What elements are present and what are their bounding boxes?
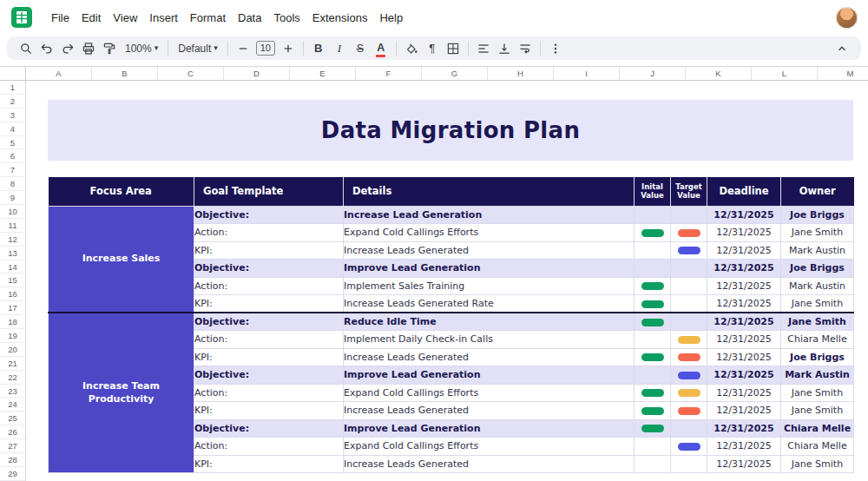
borders-icon[interactable] [443,38,464,58]
details-cell[interactable]: Increase Leads Generated [344,348,635,366]
goal-label-cell[interactable]: KPI: [194,241,344,260]
deadline-cell[interactable]: 12/31/2025 [707,402,781,420]
details-cell[interactable]: Increase Leads Generated [344,402,635,420]
strikethrough-icon[interactable]: S [350,38,371,58]
goal-label-cell[interactable]: Objective: [194,419,344,438]
row-header-4[interactable]: 4 [0,122,25,136]
print-icon[interactable] [78,38,99,58]
column-header-b[interactable]: B [92,67,158,80]
deadline-cell[interactable]: 12/31/2025 [707,277,781,295]
details-cell[interactable]: Implement Daily Check-in Calls [344,331,635,349]
row-header-6[interactable]: 6 [0,149,25,163]
column-header-i[interactable]: I [554,67,620,80]
owner-cell[interactable]: Chiara Melle [781,331,854,349]
owner-cell[interactable]: Chiara Melle [781,419,854,438]
row-header-1[interactable]: 1 [0,81,25,95]
menu-item-view[interactable]: View [107,8,143,28]
target-value-cell[interactable] [671,348,707,366]
row-header-25[interactable]: 25 [0,412,25,425]
goal-label-cell[interactable]: Action: [194,438,344,456]
goal-label-cell[interactable]: KPI: [194,295,344,313]
menu-item-edit[interactable]: Edit [76,8,107,28]
deadline-cell[interactable]: 12/31/2025 [707,331,781,349]
column-header-e[interactable]: E [290,67,356,80]
menu-item-insert[interactable]: Insert [143,8,184,28]
goal-label-cell[interactable]: Objective: [194,313,344,331]
details-cell[interactable]: Expand Cold Callings Efforts [344,438,635,456]
initial-value-cell[interactable] [635,206,671,224]
details-cell[interactable]: Improve Lead Generation [344,260,635,278]
owner-cell[interactable]: Jane Smith [781,224,854,242]
owner-cell[interactable]: Mark Austin [781,277,854,295]
row-header-15[interactable]: 15 [0,273,25,287]
initial-value-cell[interactable] [635,331,671,349]
target-value-cell[interactable] [671,206,707,224]
row-header-24[interactable]: 24 [0,398,25,412]
row-header-22[interactable]: 22 [0,371,25,385]
owner-cell[interactable]: Jane Smith [781,384,854,402]
menu-item-help[interactable]: Help [373,8,409,28]
initial-value-cell[interactable] [635,241,671,260]
row-header-18[interactable]: 18 [0,315,25,329]
focus-area-cell[interactable]: Increase Team Productivity [49,313,194,473]
bold-icon[interactable]: B [308,38,329,58]
initial-value-cell[interactable] [635,419,671,438]
target-value-cell[interactable] [671,313,707,331]
column-header-f[interactable]: F [356,67,422,80]
row-header-17[interactable]: 17 [0,301,25,315]
row-header-21[interactable]: 21 [0,357,25,371]
goal-label-cell[interactable]: Action: [194,224,344,242]
zoom-select[interactable]: 100% ▾ [120,38,163,58]
horizontal-align-icon[interactable] [473,38,494,58]
target-value-cell[interactable] [671,402,707,420]
initial-value-cell[interactable] [635,260,671,278]
column-header-d[interactable]: D [224,67,290,80]
initial-value-cell[interactable] [635,366,671,385]
column-header-k[interactable]: K [686,67,752,80]
collapse-toolbar-icon[interactable] [832,38,852,58]
font-select[interactable]: Default ▾ [173,38,223,58]
column-header-m[interactable]: M [818,67,868,80]
initial-value-cell[interactable] [635,313,671,331]
details-cell[interactable]: Increase Leads Generated Rate [344,295,635,313]
menu-item-file[interactable]: File [45,8,76,28]
deadline-cell[interactable]: 12/31/2025 [707,348,781,366]
fill-color-icon[interactable] [401,38,422,58]
row-header-29[interactable]: 29 [0,467,25,481]
deadline-cell[interactable]: 12/31/2025 [707,455,781,473]
target-value-cell[interactable] [671,384,707,402]
owner-cell[interactable]: Joe Briggs [781,260,854,278]
row-header-12[interactable]: 12 [0,233,25,247]
details-cell[interactable]: Expand Cold Callings Efforts [344,384,635,402]
target-value-cell[interactable] [671,366,707,385]
row-header-9[interactable]: 9 [0,191,25,205]
decrease-font-size-icon[interactable] [233,38,253,58]
owner-cell[interactable]: Jane Smith [781,402,854,420]
redo-icon[interactable] [57,38,78,58]
goal-label-cell[interactable]: Action: [194,277,344,295]
menu-item-data[interactable]: Data [232,8,267,28]
target-value-cell[interactable] [671,241,707,260]
initial-value-cell[interactable] [635,438,671,456]
select-all-corner[interactable] [0,67,26,80]
column-header-l[interactable]: L [752,67,818,80]
owner-cell[interactable]: Joe Briggs [781,348,854,366]
deadline-cell[interactable]: 12/31/2025 [707,260,781,278]
row-header-11[interactable]: 11 [0,219,25,233]
owner-cell[interactable]: Jane Smith [781,455,854,473]
row-header-3[interactable]: 3 [0,109,25,122]
goal-label-cell[interactable]: KPI: [194,348,344,366]
initial-value-cell[interactable] [635,402,671,420]
row-header-19[interactable]: 19 [0,329,25,343]
column-header-j[interactable]: J [620,67,686,80]
row-header-27[interactable]: 27 [0,439,25,453]
target-value-cell[interactable] [671,438,707,456]
initial-value-cell[interactable] [635,224,671,242]
search-icon[interactable] [16,38,36,58]
details-cell[interactable]: Reduce Idle Time [344,313,635,331]
column-header-h[interactable]: H [488,67,554,80]
column-header-g[interactable]: G [422,67,488,80]
initial-value-cell[interactable] [635,384,671,402]
text-wrap-icon[interactable] [515,38,536,58]
row-header-23[interactable]: 23 [0,385,25,399]
